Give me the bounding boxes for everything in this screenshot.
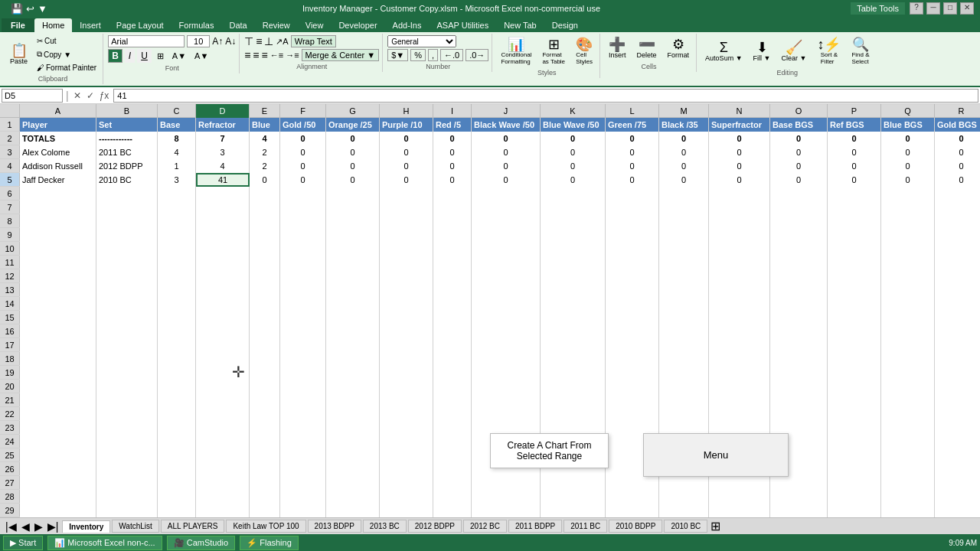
list-item[interactable] (541, 228, 606, 242)
list-item[interactable] (881, 448, 935, 462)
list-item[interactable] (280, 421, 326, 435)
sheet-nav-next[interactable]: ▶ (32, 520, 45, 533)
list-item[interactable] (158, 380, 196, 393)
list-item[interactable] (770, 504, 828, 517)
list-item[interactable]: 4 (250, 132, 280, 145)
list-item[interactable] (770, 366, 828, 380)
tab-review[interactable]: Review (255, 18, 298, 32)
sheet-nav-last[interactable]: ▶| (45, 520, 61, 533)
list-item[interactable] (472, 380, 541, 393)
list-item[interactable] (709, 283, 770, 297)
list-item[interactable]: 0 (433, 173, 472, 187)
list-item[interactable] (280, 269, 326, 283)
list-item[interactable]: 0 (828, 145, 881, 159)
list-item[interactable] (541, 214, 606, 228)
list-item[interactable] (196, 490, 250, 504)
list-item[interactable] (770, 476, 828, 490)
list-item[interactable] (326, 476, 380, 490)
list-item[interactable] (828, 407, 881, 421)
list-item[interactable] (709, 269, 770, 283)
list-item[interactable] (158, 228, 196, 242)
list-item[interactable] (472, 228, 541, 242)
list-item[interactable] (20, 393, 96, 407)
list-item[interactable] (158, 462, 196, 476)
list-item[interactable] (472, 490, 541, 504)
list-item[interactable]: 2 (250, 159, 280, 173)
list-item[interactable]: 0 (606, 173, 659, 187)
row-header-13[interactable]: 13 (0, 283, 20, 296)
list-item[interactable] (20, 228, 96, 242)
list-item[interactable] (709, 228, 770, 242)
list-item[interactable] (770, 297, 828, 311)
list-item[interactable] (709, 187, 770, 201)
list-item[interactable] (280, 324, 326, 338)
list-item[interactable]: Red /5 (433, 118, 472, 132)
italic-button[interactable]: I (125, 49, 135, 63)
col-header-k[interactable]: K (541, 104, 606, 118)
list-item[interactable] (433, 490, 472, 504)
list-item[interactable] (433, 228, 472, 242)
list-item[interactable] (280, 283, 326, 297)
sheet-tab-2010bc[interactable]: 2010 BC (664, 520, 707, 533)
list-item[interactable] (541, 366, 606, 380)
more-sheets-icon[interactable]: ⊞ (710, 519, 720, 533)
list-item[interactable] (828, 504, 881, 517)
list-item[interactable] (158, 201, 196, 214)
col-header-c[interactable]: C (158, 104, 196, 118)
list-item[interactable] (606, 352, 659, 366)
list-item[interactable]: 0 (280, 159, 326, 173)
list-item[interactable] (709, 324, 770, 338)
list-item[interactable]: Gold BGS (935, 118, 980, 132)
row-header-22[interactable]: 22 (0, 407, 20, 420)
merge-center-button[interactable]: Merge & Center ▼ (302, 49, 380, 61)
list-item[interactable] (709, 201, 770, 214)
list-item[interactable] (828, 311, 881, 324)
list-item[interactable] (659, 228, 709, 242)
list-item[interactable] (196, 366, 250, 380)
list-item[interactable] (196, 352, 250, 366)
col-header-h[interactable]: H (380, 104, 433, 118)
list-item[interactable] (770, 228, 828, 242)
list-item[interactable] (606, 366, 659, 380)
list-item[interactable] (433, 380, 472, 393)
list-item[interactable]: 0 (935, 173, 980, 187)
list-item[interactable] (472, 393, 541, 407)
list-item[interactable] (828, 462, 881, 476)
list-item[interactable] (659, 366, 709, 380)
increase-indent-button[interactable]: →≡ (286, 51, 299, 60)
name-box[interactable] (2, 89, 63, 103)
list-item[interactable] (472, 256, 541, 269)
list-item[interactable] (250, 297, 280, 311)
list-item[interactable] (541, 269, 606, 283)
currency-button[interactable]: $▼ (387, 49, 408, 61)
align-bottom-button[interactable]: ⊥ (264, 35, 273, 47)
list-item[interactable] (380, 214, 433, 228)
list-item[interactable] (96, 311, 158, 324)
list-item[interactable] (606, 242, 659, 256)
list-item[interactable] (326, 462, 380, 476)
format-button[interactable]: ⚙ Format (664, 35, 694, 61)
row-header-27[interactable]: 27 (0, 476, 20, 489)
list-item[interactable] (96, 462, 158, 476)
col-header-o[interactable]: O (770, 104, 828, 118)
col-header-f[interactable]: F (280, 104, 326, 118)
list-item[interactable] (433, 421, 472, 435)
list-item[interactable] (326, 242, 380, 256)
list-item[interactable] (433, 352, 472, 366)
list-item[interactable] (326, 352, 380, 366)
list-item[interactable] (828, 435, 881, 448)
list-item[interactable] (250, 324, 280, 338)
col-header-d[interactable]: D (196, 104, 250, 118)
list-item[interactable] (280, 366, 326, 380)
list-item[interactable] (280, 201, 326, 214)
sheet-tab-watchlist[interactable]: WatchList (112, 520, 159, 533)
list-item[interactable] (709, 214, 770, 228)
list-item[interactable] (196, 462, 250, 476)
sheet-tab-2012bdpp[interactable]: 2012 BDPP (408, 520, 462, 533)
list-item[interactable] (828, 242, 881, 256)
sheet-tab-2011bc[interactable]: 2011 BC (564, 520, 607, 533)
list-item[interactable]: 0 (935, 159, 980, 173)
list-item[interactable]: 0 (380, 132, 433, 145)
list-item[interactable]: 0 (541, 132, 606, 145)
list-item[interactable]: 0 (472, 145, 541, 159)
